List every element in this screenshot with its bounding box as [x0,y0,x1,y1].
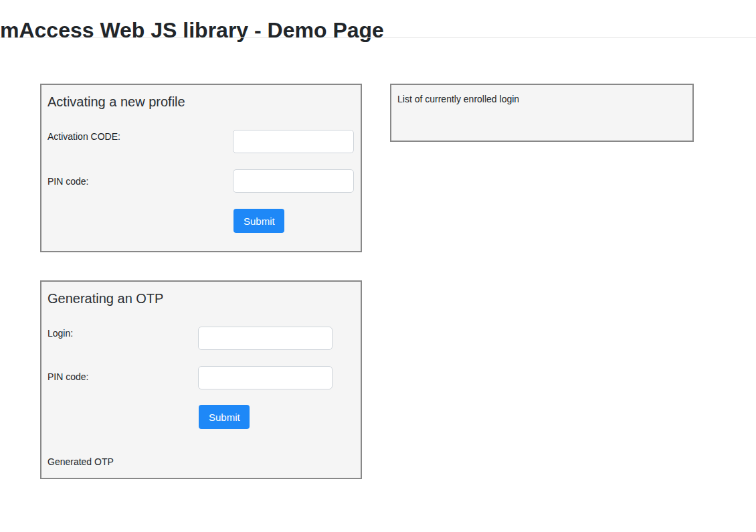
activation-panel: Activating a new profile Activation CODE… [40,84,362,252]
header-divider [0,37,756,38]
activation-pin-input[interactable] [233,169,354,193]
activation-pin-label: PIN code: [48,176,88,187]
otp-login-input[interactable] [198,327,333,350]
otp-submit-button[interactable]: Submit [199,405,250,429]
activation-code-input[interactable] [233,130,354,153]
enrolled-login-heading: List of currently enrolled login [397,94,519,104]
otp-login-label: Login: [48,328,73,339]
otp-panel: Generating an OTP Login: PIN code: Submi… [40,280,362,479]
generated-otp-label: Generated OTP [48,456,114,467]
enrolled-login-panel: List of currently enrolled login [390,84,694,142]
otp-pin-input[interactable] [198,366,333,389]
page-title: mAccess Web JS library - Demo Page [0,18,384,43]
activation-panel-heading: Activating a new profile [48,94,185,110]
activation-code-label: Activation CODE: [48,131,120,142]
otp-pin-label: PIN code: [48,371,88,382]
otp-panel-heading: Generating an OTP [48,291,163,306]
activation-submit-button[interactable]: Submit [233,209,284,233]
